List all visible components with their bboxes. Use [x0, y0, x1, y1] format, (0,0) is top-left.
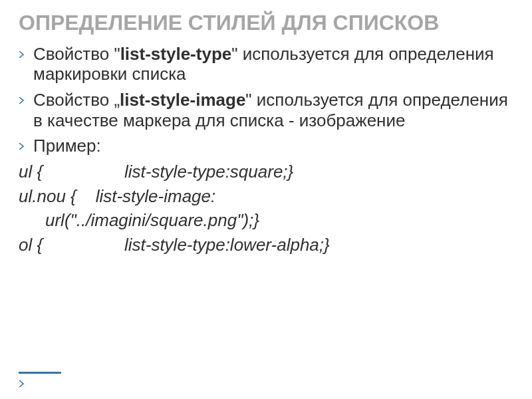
bullet-text: Пример:: [33, 136, 101, 156]
slide: ОПРЕДЕЛЕНИЕ СТИЛЕЙ ДЛЯ СПИСКОВ Свойство …: [0, 0, 532, 399]
bullet-text: Свойство "list-style-type" используется …: [33, 44, 494, 84]
code-line: ol { list-style-type:lower-alpha;}: [19, 235, 513, 255]
chevron-right-icon: [19, 51, 25, 58]
code-line: url("../imagini/square.png");}: [19, 210, 513, 231]
accent-divider: [19, 372, 61, 374]
code-line: ul { list-style-type:square;}: [19, 162, 513, 182]
chevron-right-icon: [19, 380, 25, 387]
bullet-text: Свойство „list-style-image" используется…: [33, 90, 508, 130]
bullet-item: Свойство „list-style-image" используется…: [19, 90, 513, 130]
chevron-right-icon: [19, 143, 25, 150]
bullet-item: Пример:: [19, 136, 513, 156]
code-line: ul.nou { list-style-image:: [19, 186, 513, 207]
slide-title: ОПРЕДЕЛЕНИЕ СТИЛЕЙ ДЛЯ СПИСКОВ: [19, 12, 513, 35]
slide-body: Свойство "list-style-type" используется …: [19, 44, 513, 255]
chevron-right-icon: [19, 97, 25, 104]
bullet-item: Свойство "list-style-type" используется …: [19, 44, 513, 84]
